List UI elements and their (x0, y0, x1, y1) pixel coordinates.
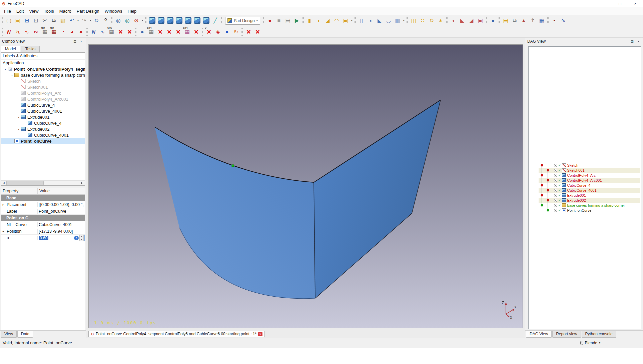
cubic-curve4-icon[interactable]: N (4, 27, 13, 36)
menu-windows[interactable]: Windows (102, 8, 125, 15)
paste-icon[interactable]: ▧ (58, 16, 67, 25)
expand-property-icon[interactable]: ▸ (1, 203, 6, 206)
additive-primitive-icon[interactable]: ▣ (341, 16, 350, 25)
new-document-icon[interactable]: ▢ (4, 16, 13, 25)
toolbar-handle-partdesign-subtractive[interactable] (355, 17, 356, 24)
3d-scene[interactable] (89, 45, 523, 328)
curve-edit-icon[interactable]: ∿ (559, 16, 568, 25)
toolbar-handle-curves-tools[interactable] (202, 28, 203, 36)
toolbar-handle-workbench[interactable] (221, 17, 222, 24)
macro-stop-icon[interactable]: ■ (274, 16, 283, 25)
nav-style-button[interactable]: Blende ▾ (580, 341, 600, 345)
additive-loft-icon[interactable]: ◢ (323, 16, 332, 25)
validate-sketch-icon[interactable]: ▲ (519, 16, 528, 25)
view-right-icon[interactable] (175, 16, 184, 25)
menu-view[interactable]: View (26, 8, 41, 15)
tab-data[interactable]: Data (17, 331, 33, 338)
visibility-eye-icon[interactable] (554, 184, 557, 187)
menu-help[interactable]: Help (125, 8, 139, 15)
combo-float-button[interactable]: ⊡ (72, 39, 77, 44)
toolbar-handle-standard-views[interactable] (145, 17, 146, 24)
cubic-curve6-icon[interactable]: N (89, 27, 98, 36)
rotate-icon[interactable]: ↻ (231, 27, 240, 36)
dag-node-base-curves-forming-a-sharp-corner[interactable]: ✓base curves forming a sharp corner (539, 203, 640, 208)
dag-canvas[interactable]: ✓Sketch✓Sketch001✓ControlPoly4_Arc✓Contr… (528, 46, 641, 329)
dependency-graph-icon[interactable]: ▦ (537, 16, 546, 25)
dag-view-header[interactable]: DAG View ⊡× (525, 38, 643, 45)
tree-item-application[interactable]: Application (1, 60, 85, 66)
spin-up-icon[interactable]: ▲ (79, 235, 84, 238)
subtractive-pipe-icon[interactable]: ◡ (384, 16, 393, 25)
expand-arrow-icon[interactable]: ▾ (3, 68, 8, 71)
toolbar-handle-partdesign-helper[interactable] (499, 17, 500, 24)
mirrored-icon[interactable]: ◫ (409, 16, 418, 25)
dag-close-button[interactable]: × (636, 39, 641, 44)
scroll-right-icon[interactable]: ▶ (79, 181, 85, 185)
model-tree[interactable]: Labels & Attributes Application ▾Point_o… (1, 52, 85, 186)
red-cross-1-icon[interactable]: × (116, 27, 125, 36)
spline-curve-icon[interactable]: ∾ (31, 27, 40, 36)
value-edit-field[interactable]: 0.60ƒ▲▼ (38, 235, 85, 241)
undo-dropdown-icon[interactable]: ▾ (76, 16, 80, 25)
open-document-icon[interactable]: ▣ (13, 16, 22, 25)
view-rear-icon[interactable] (184, 16, 193, 25)
cut-icon[interactable]: ✂ (40, 16, 49, 25)
dag-node-controlpoly4-arc[interactable]: ✓ControlPoly4_Arc (539, 173, 640, 178)
red-cross-2-icon[interactable]: × (125, 27, 134, 36)
3d-viewport[interactable]: 1.0 ms / 1000.0 fps Z Y X (88, 44, 523, 328)
combo-view-header[interactable]: Combo View ⊡× (0, 38, 86, 45)
maximize-button[interactable]: □ (612, 0, 628, 7)
menu-macro[interactable]: Macro (57, 8, 74, 15)
surface-right[interactable] (314, 100, 441, 298)
copy-icon[interactable]: ⧉ (49, 16, 58, 25)
visibility-eye-icon[interactable] (554, 199, 557, 202)
red-cross-7-icon[interactable]: × (244, 27, 253, 36)
tab-tasks[interactable]: Tasks (21, 46, 40, 52)
dag-node-sketch001[interactable]: ✓Sketch001 (539, 168, 640, 173)
minimize-button[interactable]: – (597, 0, 612, 7)
visibility-eye-icon[interactable] (554, 179, 557, 182)
redo-icon[interactable]: ↷ (80, 16, 89, 25)
tree-item-controlpoly4-arc001-5[interactable]: ControlPoly4_Arc001 (1, 96, 85, 102)
tab-view[interactable]: View (1, 331, 17, 338)
wave-curve-icon[interactable]: ∿ (22, 27, 31, 36)
visibility-eye-icon[interactable] (554, 164, 557, 167)
subtractive-primitive-dropdown-icon[interactable]: ▾ (402, 16, 406, 25)
view-left-icon[interactable] (202, 16, 211, 25)
property-row-position[interactable]: ▸Position[-17.13 -9.94 0.00] (1, 228, 85, 235)
view-axonometric-icon[interactable] (148, 16, 157, 25)
grid-6x4-dot-icon[interactable]: ▦6x4 (183, 27, 192, 36)
save-document-icon[interactable]: ⊟ (22, 16, 31, 25)
arc-segment-icon[interactable]: ◕ (67, 27, 76, 36)
menu-file[interactable]: File (1, 8, 14, 15)
tree-hscrollbar[interactable]: ◀ ▶ (1, 180, 85, 185)
menu-edit[interactable]: Edit (14, 8, 26, 15)
red-cross-8-icon[interactable]: × (253, 27, 262, 36)
polar-pattern-icon[interactable]: ↻ (427, 16, 436, 25)
surface-left[interactable] (155, 127, 315, 299)
red-cross-4-icon[interactable]: × (165, 27, 174, 36)
groove-icon[interactable]: ◖ (366, 16, 375, 25)
delete-help-icon[interactable]: ×? (204, 27, 213, 36)
expand-property-icon[interactable]: ▸ (1, 230, 6, 233)
clone-icon[interactable]: ⧉ (510, 16, 519, 25)
draw-style-icon[interactable]: ⊘ (132, 16, 141, 25)
dag-node-sketch[interactable]: ✓Sketch (539, 163, 640, 168)
toolbar-handle-partdesign-dressup[interactable] (446, 17, 448, 24)
dag-node-extrude001[interactable]: ✓Extrude001 (539, 193, 640, 198)
combo-close-button[interactable]: × (79, 39, 84, 44)
expand-arrow-icon[interactable]: ▾ (10, 74, 14, 77)
print-icon[interactable]: ⊡ (31, 16, 40, 25)
property-column-header[interactable]: Property (1, 188, 38, 194)
additive-pipe-icon[interactable]: ◠ (332, 16, 341, 25)
tree-item-point-oncurve-controlpoly4-segment-0[interactable]: ▾Point_onCurve ControlPoly4_segment (1, 66, 85, 72)
property-row-u[interactable]: u0.60ƒ▲▼ (1, 235, 85, 241)
menu-part-design[interactable]: Part Design (74, 8, 102, 15)
toolbar-handle-curves-delete[interactable] (241, 28, 243, 36)
marker-icon[interactable]: ◈ (213, 27, 222, 36)
property-row-nl-curve[interactable]: NL_ CurveCubicCurve_4001 (1, 221, 85, 228)
workbench-selector[interactable]: Part Design▾ (225, 17, 260, 25)
tree-item-extrude001-8[interactable]: ▾Extrude001 (1, 114, 85, 120)
chamfer-icon[interactable]: ◣ (458, 16, 467, 25)
toolbar-handle-curves-extra[interactable] (547, 17, 549, 24)
